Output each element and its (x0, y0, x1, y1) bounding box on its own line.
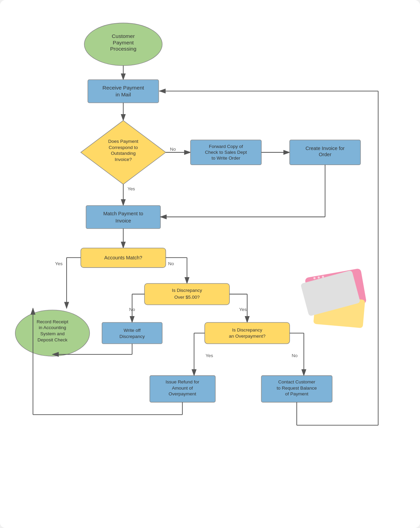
svg-text:Outstanding: Outstanding (111, 151, 136, 156)
svg-text:Invoice: Invoice (115, 218, 131, 224)
svg-text:No: No (292, 353, 297, 358)
svg-text:Contact Customer: Contact Customer (278, 379, 316, 384)
svg-point-85 (332, 279, 347, 295)
svg-text:Write off: Write off (124, 328, 141, 333)
svg-text:System and: System and (40, 331, 65, 336)
svg-text:Yes: Yes (239, 307, 247, 312)
svg-text:to Request Balance: to Request Balance (277, 385, 317, 391)
svg-text:Deposit Check: Deposit Check (38, 337, 68, 342)
svg-marker-10 (81, 121, 166, 185)
svg-text:No: No (168, 261, 174, 266)
svg-rect-90 (300, 270, 361, 316)
svg-text:Record Receipt: Record Receipt (37, 319, 68, 324)
svg-text:Overpayment: Overpayment (169, 391, 196, 396)
svg-text:Discrepancy: Discrepancy (120, 334, 145, 339)
svg-rect-46 (144, 284, 229, 305)
svg-rect-60 (205, 323, 290, 344)
svg-rect-17 (191, 140, 261, 165)
svg-text:of Payment: of Payment (285, 391, 308, 396)
svg-text:Is Discrepancy: Is Discrepancy (172, 288, 202, 293)
svg-text:Check to Sales Dept: Check to Sales Dept (205, 150, 247, 155)
svg-text:$: $ (337, 284, 341, 291)
svg-text:in Mail: in Mail (115, 92, 131, 97)
svg-text:Customer: Customer (112, 33, 135, 39)
svg-rect-0 (6, 0, 414, 528)
svg-text:Yes: Yes (127, 186, 135, 191)
svg-text:No: No (170, 147, 176, 152)
svg-text:Accounts Match?: Accounts Match? (104, 255, 142, 260)
svg-text:to Write Order: to Write Order (211, 155, 240, 161)
svg-point-41 (15, 310, 90, 356)
svg-rect-55 (102, 323, 162, 344)
svg-text:Match Payment to: Match Payment to (103, 211, 143, 216)
svg-rect-89 (313, 296, 365, 328)
svg-text:Does Payment: Does Payment (108, 139, 139, 144)
svg-text:No: No (129, 307, 135, 312)
svg-point-92 (318, 276, 320, 279)
svg-text:in Accounting: in Accounting (39, 325, 66, 330)
svg-line-87 (311, 298, 327, 299)
svg-text:Invoice?: Invoice? (115, 157, 132, 162)
svg-text:Order: Order (319, 152, 331, 157)
svg-text:Is Discrepancy: Is Discrepancy (232, 327, 263, 333)
svg-text:Amount of: Amount of (172, 385, 193, 391)
svg-text:an Overpayment?: an Overpayment? (229, 334, 265, 339)
svg-point-93 (322, 276, 324, 278)
svg-rect-73 (261, 376, 332, 402)
svg-text:Yes: Yes (206, 353, 213, 358)
svg-rect-6 (88, 80, 158, 103)
svg-text:Payment: Payment (113, 40, 134, 45)
flowchart-page: Customer Payment Processing Receive Paym… (0, 0, 420, 528)
svg-point-1 (84, 23, 162, 65)
svg-text:Correspond to: Correspond to (109, 145, 138, 150)
svg-text:Forward Copy of: Forward Copy of (209, 144, 243, 149)
svg-text:Processing: Processing (110, 46, 136, 52)
svg-rect-84 (305, 268, 366, 313)
svg-point-91 (313, 277, 316, 279)
svg-text:Yes: Yes (55, 261, 62, 266)
svg-rect-22 (290, 140, 360, 165)
svg-text:Over $5.00?: Over $5.00? (174, 295, 200, 300)
svg-text:Receive Payment: Receive Payment (102, 85, 144, 91)
svg-rect-27 (86, 205, 160, 228)
svg-text:Issue Refund for: Issue Refund for (166, 379, 199, 384)
svg-rect-33 (81, 248, 166, 268)
svg-line-88 (311, 302, 325, 304)
svg-rect-69 (150, 376, 215, 402)
svg-text:Create Invoice for: Create Invoice for (306, 146, 345, 151)
